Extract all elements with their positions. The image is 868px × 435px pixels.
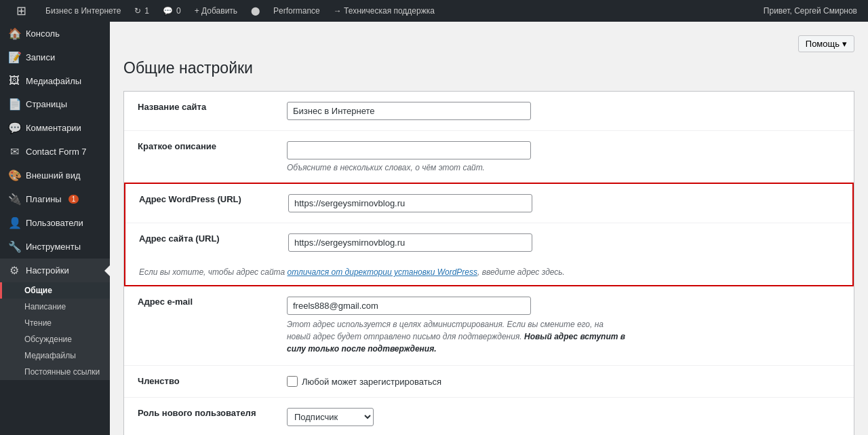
url-note: Если вы хотите, чтобы адрес сайта отлича… (125, 262, 852, 285)
wp-url-input[interactable] (288, 194, 532, 212)
url-form-table: Адрес WordPress (URL) Адрес сайта (URL) (125, 184, 852, 262)
settings-icon: ⚙ (8, 264, 20, 277)
submenu-item-permalinks[interactable]: Постоянные ссылки (0, 364, 110, 380)
updates-count: 1 (144, 6, 149, 16)
wp-logo-link[interactable]: ⊞ (5, 0, 37, 22)
comments-link[interactable]: 💬 0 (157, 0, 186, 22)
support-label: → Техническая поддержка (334, 6, 435, 16)
sidebar-item-label: Страницы (26, 99, 67, 109)
site-name-label: Название сайта (138, 102, 206, 112)
site-url-label: Адрес сайта (URL) (139, 233, 220, 244)
console-icon: 🏠 (8, 27, 20, 40)
support-link[interactable]: → Техническая поддержка (328, 0, 440, 22)
sidebar-item-label: Настройки (26, 265, 69, 276)
help-dropdown-icon: ▾ (842, 39, 847, 49)
comments-icon: 💬 (163, 6, 173, 16)
site-url-input[interactable] (288, 233, 532, 252)
sidebar-item-label: Пользователи (26, 218, 83, 228)
sidebar-item-pages[interactable]: 📄 Страницы (0, 92, 110, 116)
sidebar-item-settings[interactable]: ⚙ Настройки (0, 259, 110, 282)
role-select[interactable]: Подписчик Участник Автор Редактор Админи… (287, 408, 374, 426)
posts-icon: 📝 (8, 51, 20, 64)
site-name-row: Название сайта (124, 92, 854, 131)
wp-logo-icon: ⊞ (11, 3, 32, 18)
sidebar-item-users[interactable]: 👤 Пользователи (0, 211, 110, 235)
sidebar: 🏠 Консоль 📝 Записи 🖼 Медиафайлы 📄 Страни… (0, 22, 110, 435)
updates-link[interactable]: ↻ 1 (129, 0, 155, 22)
tagline-input[interactable] (287, 141, 531, 159)
help-button-wrap: Помощь ▾ (123, 35, 854, 52)
user-greeting[interactable]: Привет, Сергей Смирнов (758, 0, 863, 22)
sidebar-item-label: Комментарии (26, 123, 81, 133)
active-arrow (104, 265, 110, 276)
main-content: Помощь ▾ Общие настройки Название сайта … (110, 22, 868, 435)
submenu-label: Постоянные ссылки (24, 367, 100, 377)
submenu-label: Чтение (24, 318, 52, 328)
users-icon: 👤 (8, 216, 20, 229)
sidebar-item-plugins[interactable]: 🔌 Плагины 1 (0, 187, 110, 211)
submenu-item-discussion[interactable]: Обсуждение (0, 331, 110, 347)
submenu-item-writing[interactable]: Написание (0, 299, 110, 315)
plugins-icon: 🔌 (8, 193, 20, 206)
tools-icon: 🔧 (8, 240, 20, 253)
site-name: Бизнес в Интернете (45, 6, 121, 16)
membership-checkbox[interactable] (287, 376, 298, 387)
admin-bar: ⊞ Бизнес в Интернете ↻ 1 💬 0 + Добавить … (0, 0, 868, 22)
email-input[interactable] (287, 297, 531, 315)
sidebar-item-comments[interactable]: 💬 Комментарии (0, 116, 110, 140)
role-label: Роль нового пользователя (138, 408, 256, 418)
membership-row: Членство Любой может зарегистрироваться (124, 366, 854, 398)
sidebar-item-media[interactable]: 🖼 Медиафайлы (0, 69, 110, 92)
membership-label: Членство (138, 376, 180, 386)
wp-url-row: Адрес WordPress (URL) (125, 184, 852, 223)
submenu-label: Написание (24, 302, 66, 311)
add-new-link[interactable]: + Добавить (189, 0, 243, 22)
help-button[interactable]: Помощь ▾ (798, 35, 854, 52)
submenu-item-media[interactable]: Медиафайлы (0, 347, 110, 364)
sidebar-item-label: Медиафайлы (26, 76, 81, 86)
sidebar-item-label: Внешний вид (26, 170, 81, 181)
form-table-lower: Адрес e-mail Этот адрес используется в ц… (124, 286, 854, 435)
form-table: Название сайта Краткое описание Объяснит… (124, 92, 854, 183)
sidebar-item-label: Плагины (26, 194, 62, 204)
comments-menu-icon: 💬 (8, 121, 20, 134)
sidebar-item-label: Contact Form 7 (26, 147, 87, 157)
submenu-label: Обсуждение (24, 335, 72, 344)
url-note-after: , введите адрес здесь. (477, 267, 565, 277)
page-title: Общие настройки (123, 59, 854, 77)
greeting-text: Привет, Сергей Смирнов (764, 6, 857, 16)
membership-checkbox-text: Любой может зарегистрироваться (302, 377, 441, 387)
tagline-row: Краткое описание Объясните в нескольких … (124, 131, 854, 183)
yoast-icon[interactable]: ⬤ (245, 0, 265, 22)
email-row: Адрес e-mail Этот адрес используется в ц… (124, 286, 854, 366)
plugins-badge: 1 (68, 195, 79, 204)
sidebar-item-cf7[interactable]: ✉ Contact Form 7 (0, 140, 110, 164)
url-note-link[interactable]: отличался от директории установки WordPr… (287, 267, 477, 277)
add-new-label: + Добавить (195, 6, 237, 16)
updates-icon: ↻ (134, 6, 141, 16)
url-note-before: Если вы хотите, чтобы адрес сайта (139, 267, 287, 277)
cf7-icon: ✉ (8, 145, 20, 158)
sidebar-item-appearance[interactable]: 🎨 Внешний вид (0, 164, 110, 187)
page-wrapper: 🏠 Консоль 📝 Записи 🖼 Медиафайлы 📄 Страни… (0, 22, 868, 435)
site-name-link[interactable]: Бизнес в Интернете (40, 0, 126, 22)
help-label: Помощь (806, 39, 840, 49)
media-icon: 🖼 (8, 75, 20, 87)
site-name-input[interactable] (287, 102, 531, 120)
submenu-label: Медиафайлы (24, 351, 76, 360)
sidebar-item-tools[interactable]: 🔧 Инструменты (0, 235, 110, 259)
sidebar-item-posts[interactable]: 📝 Записи (0, 45, 110, 69)
performance-link[interactable]: Performance (268, 0, 326, 22)
sidebar-item-label: Консоль (26, 29, 60, 39)
submenu-item-general[interactable]: Общие (0, 282, 110, 299)
submenu-item-reading[interactable]: Чтение (0, 315, 110, 331)
email-note: Этот адрес используется в целях админист… (287, 318, 626, 355)
url-section: Адрес WordPress (URL) Адрес сайта (URL) … (124, 183, 854, 286)
wp-url-label: Адрес WordPress (URL) (139, 194, 241, 204)
sidebar-item-console[interactable]: 🏠 Консоль (0, 22, 110, 45)
performance-label: Performance (273, 6, 320, 16)
pages-icon: 📄 (8, 98, 20, 111)
sidebar-item-label: Записи (26, 52, 55, 62)
email-label: Адрес e-mail (138, 297, 193, 307)
sidebar-item-label: Инструменты (26, 242, 81, 252)
